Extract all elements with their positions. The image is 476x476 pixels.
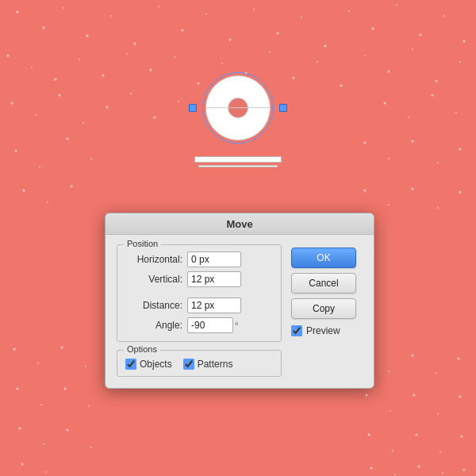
angle-input[interactable] <box>187 317 233 333</box>
options-section: Options Objects Patterns <box>117 350 282 377</box>
svg-point-46 <box>154 117 156 119</box>
svg-point-25 <box>126 53 128 55</box>
svg-point-6 <box>158 6 159 7</box>
vertical-label: Vertical: <box>125 274 182 285</box>
svg-point-85 <box>437 413 439 415</box>
svg-point-80 <box>64 388 67 390</box>
distance-input[interactable] <box>187 298 241 313</box>
svg-point-56 <box>364 142 367 144</box>
svg-point-71 <box>61 347 63 349</box>
horizontal-field-row: Horizontal: <box>125 251 273 267</box>
svg-point-8 <box>205 13 207 15</box>
objects-checkbox-item[interactable]: Objects <box>125 359 172 370</box>
cancel-button[interactable]: Cancel <box>291 273 356 294</box>
svg-point-2 <box>63 7 64 9</box>
angle-label: Angle: <box>125 320 182 331</box>
svg-point-41 <box>35 114 36 116</box>
options-section-title: Options <box>124 344 160 354</box>
svg-point-96 <box>21 463 24 466</box>
svg-point-63 <box>71 186 73 188</box>
svg-point-35 <box>364 55 366 56</box>
svg-point-72 <box>85 366 86 367</box>
svg-point-89 <box>67 429 69 432</box>
svg-point-57 <box>388 158 390 159</box>
svg-point-23 <box>79 59 80 60</box>
rect-bar <box>194 156 282 163</box>
lines-below <box>190 156 286 167</box>
svg-point-65 <box>388 204 390 205</box>
svg-point-79 <box>40 404 42 405</box>
svg-point-49 <box>408 117 409 118</box>
svg-point-26 <box>150 69 152 71</box>
svg-point-68 <box>459 191 462 194</box>
svg-point-58 <box>412 140 414 143</box>
angle-unit: ° <box>235 321 238 330</box>
svg-point-88 <box>43 443 44 445</box>
horizontal-input[interactable] <box>187 251 241 267</box>
svg-point-27 <box>174 56 175 58</box>
svg-point-16 <box>396 4 397 6</box>
svg-point-45 <box>130 93 132 94</box>
svg-point-19 <box>463 40 466 43</box>
svg-point-69 <box>13 348 16 351</box>
svg-point-59 <box>437 162 439 163</box>
svg-point-33 <box>317 61 318 63</box>
svg-point-87 <box>19 428 21 430</box>
preview-row: Preview <box>291 325 363 336</box>
svg-point-15 <box>372 28 374 30</box>
svg-point-102 <box>463 469 466 471</box>
svg-point-42 <box>59 94 61 97</box>
svg-point-1 <box>43 27 45 29</box>
svg-point-64 <box>364 190 367 192</box>
svg-point-36 <box>388 71 390 73</box>
svg-point-21 <box>31 67 33 68</box>
vertical-field-row: Vertical: <box>125 271 273 287</box>
svg-point-76 <box>436 372 437 374</box>
angle-field-row: Angle: ° <box>125 317 273 333</box>
svg-point-77 <box>458 358 460 360</box>
copy-button[interactable]: Copy <box>291 298 356 319</box>
handle-left <box>189 104 197 112</box>
background: Move Position Horizontal: Vertical: <box>0 0 476 476</box>
svg-point-17 <box>420 34 422 36</box>
svg-point-93 <box>416 434 418 436</box>
svg-point-47 <box>178 101 179 102</box>
preview-checkbox[interactable] <box>291 325 302 336</box>
distance-label: Distance: <box>125 300 182 311</box>
svg-point-7 <box>182 29 184 32</box>
svg-point-84 <box>413 394 416 397</box>
svg-point-34 <box>340 85 343 87</box>
svg-point-24 <box>102 75 105 77</box>
svg-point-60 <box>459 148 462 151</box>
svg-point-54 <box>67 138 69 140</box>
svg-point-75 <box>412 355 414 357</box>
svg-point-81 <box>88 405 90 407</box>
svg-point-53 <box>39 166 40 167</box>
svg-point-50 <box>432 94 434 97</box>
svg-point-52 <box>15 150 17 152</box>
svg-point-38 <box>436 80 438 83</box>
svg-point-90 <box>90 447 92 448</box>
svg-point-20 <box>7 55 10 57</box>
svg-point-62 <box>47 202 48 203</box>
svg-point-0 <box>17 11 19 13</box>
patterns-checkbox-item[interactable]: Patterns <box>183 359 233 370</box>
svg-point-11 <box>277 33 279 35</box>
patterns-label: Patterns <box>198 359 233 370</box>
objects-checkbox[interactable] <box>125 359 136 370</box>
patterns-checkbox[interactable] <box>183 359 194 370</box>
horizontal-label: Horizontal: <box>125 254 182 265</box>
position-section-title: Position <box>124 239 161 248</box>
svg-point-101 <box>442 472 443 474</box>
ok-button[interactable]: OK <box>291 248 356 268</box>
svg-point-12 <box>301 17 302 18</box>
dialog-left-panel: Position Horizontal: Vertical: Distance: <box>117 244 282 377</box>
vertical-input[interactable] <box>187 271 241 287</box>
handle-right <box>279 104 287 112</box>
svg-point-10 <box>253 9 255 10</box>
svg-point-74 <box>388 370 390 372</box>
svg-point-32 <box>293 77 295 79</box>
svg-point-61 <box>23 190 25 192</box>
svg-point-92 <box>392 450 393 451</box>
dialog-right-panel: OK Cancel Copy Preview <box>291 244 363 377</box>
